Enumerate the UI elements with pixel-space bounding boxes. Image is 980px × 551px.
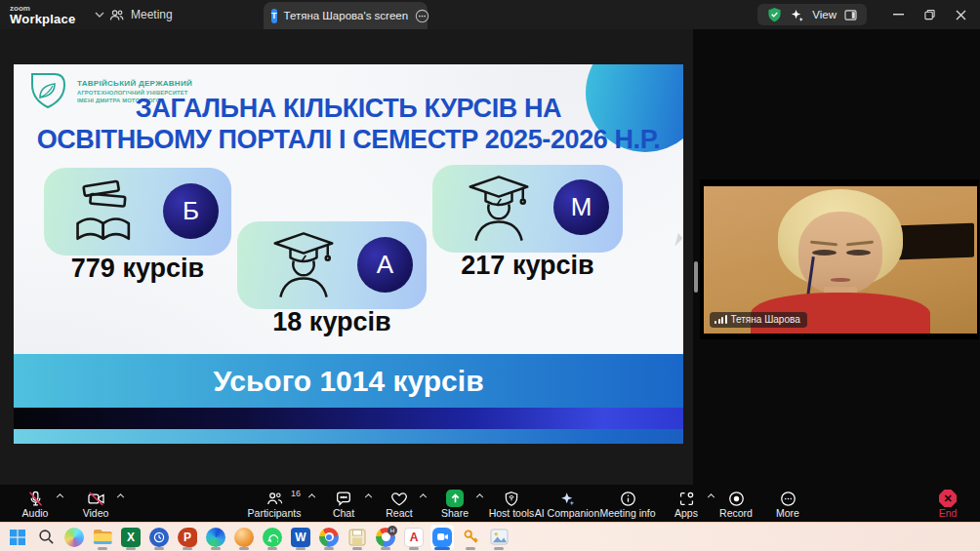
participant-eye <box>812 250 837 256</box>
ai-sparkle-icon[interactable] <box>790 8 804 22</box>
more-button[interactable]: More <box>758 487 817 520</box>
people-icon <box>109 9 124 21</box>
zoom-workplace-window: zoom Workplace Meeting T Тетяна Шарова's… <box>0 0 980 551</box>
video-options-chevron[interactable] <box>116 493 125 498</box>
shield-icon <box>503 490 520 507</box>
meeting-toolbar: Audio Video <box>0 485 980 522</box>
chat-bubble-icon <box>334 490 353 507</box>
chrome-profile-icon[interactable]: H <box>374 525 397 550</box>
participants-count: 16 <box>291 489 301 498</box>
webcam-view: Тетяна Шарова <box>704 186 977 334</box>
mouse-cursor <box>674 233 687 249</box>
slide-title-line2: ОСВІТНЬОМУ ПОРТАЛІ І СЕМЕСТР 2025-2026 Н… <box>14 125 683 156</box>
end-call-icon: ✕ <box>939 490 957 507</box>
participant-eye <box>846 250 871 256</box>
heart-icon <box>389 490 409 507</box>
window-titlebar: zoom Workplace Meeting T Тетяна Шарова's… <box>0 0 980 29</box>
start-button[interactable] <box>6 525 29 550</box>
close-icon[interactable] <box>947 1 974 28</box>
zoom-workplace-logo[interactable]: zoom Workplace <box>10 5 104 25</box>
excel-icon[interactable]: X <box>119 525 143 550</box>
share-screen-icon <box>446 490 464 507</box>
slide-bottom-stripe-dark <box>14 408 683 429</box>
participants-button[interactable]: 16 Participants <box>232 487 316 520</box>
view-layout-icon[interactable] <box>844 10 857 20</box>
save-app-icon[interactable] <box>346 525 369 550</box>
aspirant-course-count: 18 курсів <box>237 307 427 337</box>
file-explorer-icon[interactable] <box>91 525 114 550</box>
logo-workplace-text: Workplace <box>10 13 75 25</box>
clock-app-icon[interactable] <box>147 525 171 550</box>
slide-title-line1: ЗАГАЛЬНА КІЛЬКІСТЬ КУРСІВ НА <box>14 94 683 125</box>
chat-button[interactable]: Chat <box>314 487 373 520</box>
chevron-down-icon[interactable] <box>95 12 104 18</box>
card-bachelor: Б <box>44 168 231 256</box>
audio-level-icon <box>715 315 727 325</box>
background-shelf <box>898 223 974 259</box>
key-app-icon[interactable] <box>459 525 482 550</box>
bachelor-course-count: 779 курсів <box>44 254 231 284</box>
zoom-app-icon[interactable] <box>430 525 454 550</box>
tab-meeting-label: Meeting <box>131 8 173 21</box>
slide-bottom-stripe-cyan <box>14 429 683 444</box>
audio-options-chevron[interactable] <box>56 493 64 498</box>
mic-muted-icon <box>26 490 45 507</box>
info-icon <box>619 490 637 507</box>
card-aspirant: А <box>237 221 427 309</box>
camera-off-icon <box>86 490 106 507</box>
orange-app-icon[interactable] <box>232 525 256 550</box>
university-name-line1: ТАВРІЙСЬКИЙ ДЕРЖАВНИЙ <box>77 79 192 88</box>
video-button[interactable]: Video <box>64 487 127 520</box>
whatsapp-icon[interactable] <box>261 525 284 550</box>
word-icon[interactable]: W <box>289 525 312 550</box>
participant-avatar: T <box>271 9 277 23</box>
scrollbar-handle[interactable] <box>694 261 698 293</box>
participant-video-tile[interactable]: Тетяна Шарова <box>700 179 979 339</box>
edge-browser-icon[interactable] <box>204 525 227 550</box>
graduate-icon <box>268 227 339 303</box>
copilot-icon[interactable] <box>62 525 86 550</box>
ai-companion-icon <box>558 490 577 507</box>
minimize-button[interactable] <box>884 1 912 28</box>
badge-bachelor: Б <box>163 183 219 239</box>
windows-taskbar: X P W <box>0 522 980 551</box>
participant-name-tag: Тетяна Шарова <box>710 312 807 328</box>
meeting-content-area: ТАВРІЙСЬКИЙ ДЕРЖАВНИЙ АГРОТЕХНОЛОГІЧНИЙ … <box>0 29 980 485</box>
apps-grid-icon <box>677 490 696 507</box>
participant-mouth <box>831 278 850 282</box>
record-icon <box>727 490 746 507</box>
graduate-icon <box>464 171 534 247</box>
tab-shared-screen-label: Тетяна Шарова's screen <box>284 10 409 21</box>
participant-name-label: Тетяна Шарова <box>731 314 800 325</box>
books-icon <box>61 177 147 244</box>
maximize-button[interactable] <box>916 1 943 28</box>
view-button[interactable]: View <box>812 9 837 20</box>
total-banner: Усього 1014 курсів <box>14 354 683 408</box>
card-master: М <box>432 165 623 253</box>
shared-screen-slide: ТАВРІЙСЬКИЙ ДЕРЖАВНИЙ АГРОТЕХНОЛОГІЧНИЙ … <box>14 64 683 444</box>
tab-options-icon[interactable] <box>415 9 429 23</box>
participants-icon <box>265 490 285 507</box>
chrome-icon[interactable] <box>317 525 341 550</box>
more-ellipsis-icon <box>779 490 797 507</box>
master-course-count: 217 курсів <box>432 251 623 281</box>
security-shield-icon[interactable] <box>767 7 782 22</box>
acrobat-icon[interactable]: A <box>402 525 426 550</box>
tab-shared-screen[interactable]: T Тетяна Шарова's screen <box>264 2 428 29</box>
slide-title: ЗАГАЛЬНА КІЛЬКІСТЬ КУРСІВ НА ОСВІТНЬОМУ … <box>14 94 683 156</box>
badge-aspirant: А <box>357 237 413 293</box>
badge-master: М <box>553 179 609 235</box>
powerpoint-icon[interactable]: P <box>176 525 199 550</box>
view-controls-group: View <box>757 4 867 25</box>
tab-meeting[interactable]: Meeting <box>109 0 173 29</box>
photos-app-icon[interactable] <box>487 525 510 550</box>
total-courses-text: Усього 1014 курсів <box>213 365 483 398</box>
search-icon[interactable] <box>34 525 58 550</box>
react-button[interactable]: React <box>369 487 429 520</box>
end-meeting-button[interactable]: ✕ End <box>923 487 972 520</box>
audio-button[interactable]: Audio <box>4 487 66 520</box>
